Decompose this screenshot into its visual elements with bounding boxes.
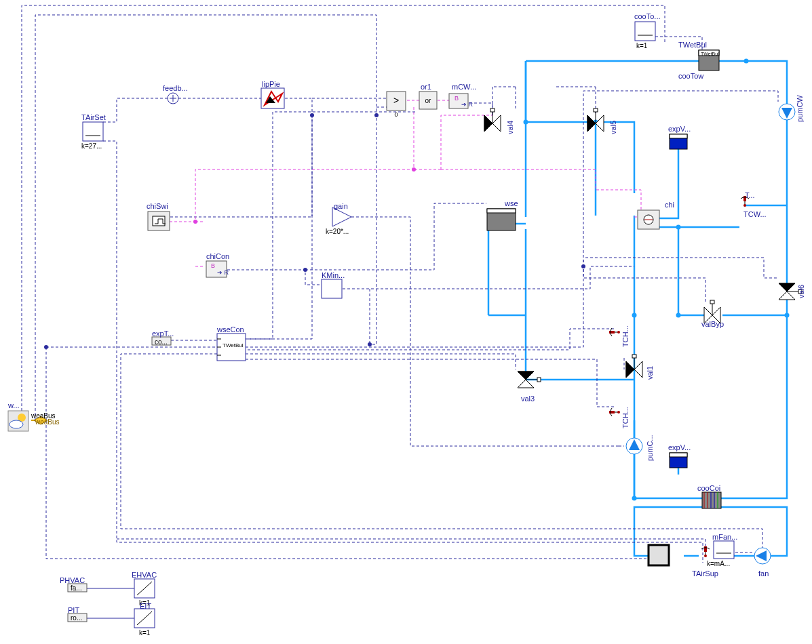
- TWetBul-label: TWetBul: [678, 41, 707, 49]
- feedb-label: feedb...: [163, 84, 188, 92]
- svg-point-22: [524, 120, 528, 125]
- valByp-label: valByp: [701, 320, 724, 328]
- svg-point-26: [785, 313, 790, 318]
- fan-icon: [754, 548, 771, 564]
- svg-point-14: [374, 113, 379, 117]
- TCH2-sensor: [609, 408, 620, 416]
- svg-rect-71: [487, 209, 516, 213]
- val3-icon: [518, 371, 541, 388]
- TAirSet-k-label: k=27...: [81, 142, 102, 150]
- svg-text:TWetBul: TWetBul: [701, 52, 719, 56]
- svg-point-29: [744, 59, 749, 64]
- cooTow-block: TWetBul: [699, 50, 719, 71]
- mCW-label: mCW...: [452, 83, 476, 91]
- gain-label: gain: [334, 202, 348, 210]
- TAirSup-label: TAirSup: [692, 569, 718, 578]
- cooCoi-block: [702, 492, 721, 508]
- svg-text:B: B: [455, 95, 459, 102]
- weaBus2-label: weaBus: [35, 418, 60, 426]
- fa-label: fa...: [71, 584, 82, 592]
- val4-label: val4: [506, 121, 514, 134]
- chi-label: chi: [665, 201, 674, 209]
- TCH2-label: TCH...: [621, 407, 630, 428]
- val4-icon: [484, 108, 501, 132]
- svg-point-27: [632, 496, 637, 501]
- svg-rect-52: [635, 22, 655, 41]
- PHVAC-label: PHVAC: [60, 576, 85, 584]
- svg-point-18: [368, 342, 372, 346]
- svg-point-15: [310, 113, 314, 117]
- room-block: [649, 545, 669, 565]
- or-block: or: [419, 92, 437, 109]
- svg-point-20: [581, 264, 585, 268]
- KMin-label: KMin...: [322, 271, 345, 279]
- svg-text:0: 0: [394, 111, 398, 118]
- svg-text:B: B: [211, 262, 215, 269]
- pumC-label: pumC...: [646, 435, 654, 461]
- TCW-label: TCW...: [743, 210, 767, 218]
- w-label: w...: [8, 401, 20, 409]
- svg-text:or: or: [425, 97, 432, 104]
- pumCW-icon: [779, 104, 795, 120]
- svg-rect-76: [670, 134, 687, 138]
- expT-label: expT...: [152, 329, 174, 338]
- EIT-k-label: k=1: [139, 629, 150, 637]
- EIT-label: EIT: [140, 602, 151, 610]
- KMin-block: [322, 279, 342, 298]
- mFan-label: mFan...: [712, 533, 737, 541]
- gain-icon: [332, 207, 351, 226]
- val3-label: val3: [521, 395, 535, 403]
- T-label: T...: [745, 191, 755, 199]
- expV1-block: [670, 134, 687, 149]
- cooTo-k-label: k=1: [636, 42, 647, 49]
- expV2-block: [670, 453, 687, 468]
- svg-point-21: [303, 268, 307, 272]
- ro-label: ro...: [71, 614, 82, 622]
- feedback-icon: [168, 93, 178, 104]
- svg-rect-79: [702, 492, 721, 508]
- cooCoi-label: cooCoi: [697, 484, 720, 492]
- EHVAC-block: [134, 579, 155, 598]
- svg-rect-50: [83, 122, 103, 141]
- svg-marker-33: [332, 207, 351, 226]
- chiSwi-label: chiSwi: [147, 202, 168, 210]
- cooTow-label: cooTow: [678, 72, 703, 80]
- pumCW-label: pumCW: [796, 95, 804, 122]
- fan-label: fan: [758, 569, 769, 578]
- mFan-block: [714, 541, 734, 559]
- val6-label: val6: [797, 285, 805, 298]
- TAirSet-label: TAirSet: [81, 113, 106, 121]
- svg-rect-54: [714, 541, 734, 559]
- svg-point-24: [632, 313, 637, 318]
- gt-block: > 0: [387, 92, 406, 118]
- diagram-canvas: .sig { stroke:#2b2b9e; stroke-width:1; s…: [0, 0, 812, 644]
- wseCon-block: TWetBul: [217, 334, 246, 361]
- TCH1-label: TCH...: [621, 325, 630, 347]
- lipPie-block: [261, 88, 284, 108]
- chiCon-block: B ➔ R: [206, 261, 229, 277]
- weather-icon: [8, 411, 28, 431]
- chi-block: [638, 210, 659, 229]
- svg-text:➔ R: ➔ R: [217, 269, 229, 276]
- or1-label: or1: [421, 83, 431, 91]
- PIT-label: PIT: [68, 606, 79, 614]
- svg-point-28: [676, 225, 681, 230]
- wse-block: [487, 209, 516, 230]
- svg-point-17: [412, 167, 416, 172]
- svg-point-65: [9, 420, 23, 428]
- cooTo-block: [635, 22, 655, 41]
- svg-rect-85: [649, 545, 669, 565]
- svg-point-25: [676, 313, 681, 318]
- TAirSup-sensor: [701, 546, 710, 557]
- svg-text:TWetBul: TWetBul: [223, 342, 244, 348]
- wse-label: wse: [505, 199, 518, 207]
- svg-point-19: [44, 345, 48, 349]
- pumC-icon: [626, 438, 642, 454]
- chiCon-label: chiCon: [206, 252, 229, 260]
- val5-label: val5: [609, 121, 617, 134]
- val1-label: val1: [646, 366, 654, 380]
- connections-layer: .sig { stroke:#2b2b9e; stroke-width:1; s…: [0, 0, 812, 644]
- svg-rect-78: [670, 453, 687, 457]
- svg-text:➔ R: ➔ R: [461, 101, 473, 108]
- EIT-block: [134, 609, 155, 628]
